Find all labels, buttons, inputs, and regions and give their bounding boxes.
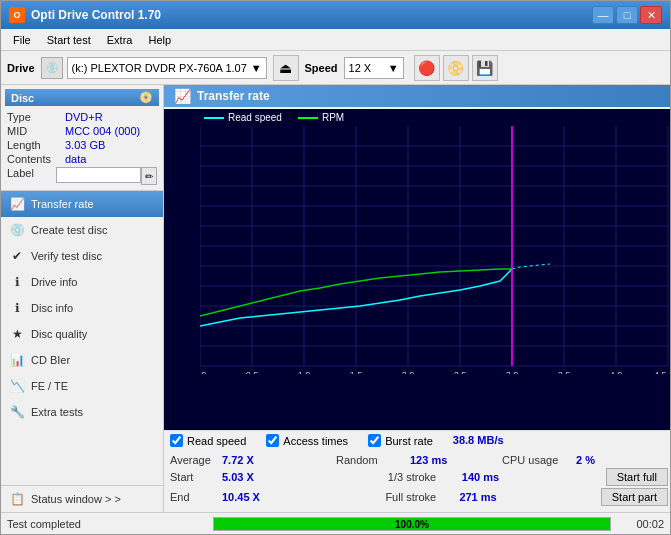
- right-panel: 📈 Transfer rate Read speed RPM: [164, 85, 670, 512]
- nav-fe-te[interactable]: 📉 FE / TE: [1, 373, 163, 399]
- status-bar: Test completed 100.0% 00:02: [1, 512, 670, 534]
- disc-length-row: Length 3.03 GB: [5, 138, 159, 152]
- svg-text:2.0: 2.0: [402, 370, 415, 374]
- disc-quality-icon: ★: [9, 326, 25, 342]
- menu-start-test[interactable]: Start test: [39, 32, 99, 48]
- svg-text:0.0: 0.0: [200, 370, 206, 374]
- menu-help[interactable]: Help: [140, 32, 179, 48]
- svg-text:0.5: 0.5: [246, 370, 259, 374]
- title-bar-left: O Opti Drive Control 1.70: [9, 7, 161, 23]
- svg-text:2.5: 2.5: [454, 370, 467, 374]
- disc-panel: Disc 📀 Type DVD+R MID MCC 004 (000) Leng…: [1, 85, 163, 191]
- disc-icon-btn[interactable]: 📀: [443, 55, 469, 81]
- nav-drive-info[interactable]: ℹ Drive info: [1, 269, 163, 295]
- drive-select: 💿 (k:) PLEXTOR DVDR PX-760A 1.07 ▼: [41, 57, 267, 79]
- menu-extra[interactable]: Extra: [99, 32, 141, 48]
- access-times-checkbox[interactable]: [266, 434, 279, 447]
- checkboxes-row: Read speed Access times Burst rate 38.8 …: [164, 430, 670, 450]
- svg-text:4.5 GB: 4.5 GB: [654, 370, 670, 374]
- title-bar: O Opti Drive Control 1.70 — □ ✕: [1, 1, 670, 29]
- start-full-button[interactable]: Start full: [606, 468, 668, 486]
- verify-test-disc-icon: ✔: [9, 248, 25, 264]
- read-speed-line-indicator: [204, 117, 224, 119]
- chart-header-icon: 📈: [174, 88, 191, 104]
- end-cell: End 10.45 X: [170, 491, 385, 503]
- nav-disc-info[interactable]: ℹ Disc info: [1, 295, 163, 321]
- transfer-rate-icon: 📈: [9, 196, 25, 212]
- toolbar-icons: 🔴 📀 💾: [414, 55, 498, 81]
- sidebar: Disc 📀 Type DVD+R MID MCC 004 (000) Leng…: [1, 85, 164, 512]
- drive-info-icon: ℹ: [9, 274, 25, 290]
- extra-tests-icon: 🔧: [9, 404, 25, 420]
- disc-info-icon: ℹ: [9, 300, 25, 316]
- label-edit-button[interactable]: ✏: [141, 167, 157, 185]
- fe-te-icon: 📉: [9, 378, 25, 394]
- stats-row-2: Start 5.03 X 1/3 stroke 140 ms Start ful…: [170, 468, 668, 486]
- status-window-button[interactable]: 📋 Status window > >: [1, 486, 163, 512]
- scan-icon-btn[interactable]: 🔴: [414, 55, 440, 81]
- progress-bar: 100.0%: [213, 517, 611, 531]
- chart-title: Transfer rate: [197, 89, 270, 103]
- status-window-icon: 📋: [9, 491, 25, 507]
- drive-dropdown[interactable]: (k:) PLEXTOR DVDR PX-760A 1.07 ▼: [67, 57, 267, 79]
- read-speed-checkbox-item: Read speed: [170, 434, 246, 447]
- window-title: Opti Drive Control 1.70: [31, 8, 161, 22]
- start-part-button[interactable]: Start part: [601, 488, 668, 506]
- chart-legend: Read speed RPM: [164, 109, 670, 126]
- cd-bler-icon: 📊: [9, 352, 25, 368]
- nav-extra-tests[interactable]: 🔧 Extra tests: [1, 399, 163, 425]
- rpm-line-indicator: [298, 117, 318, 119]
- status-text: Test completed: [7, 518, 205, 530]
- nav-create-test-disc[interactable]: 💿 Create test disc: [1, 217, 163, 243]
- speed-label: Speed: [305, 62, 338, 74]
- disc-contents-row: Contents data: [5, 152, 159, 166]
- status-section: 📋 Status window > >: [1, 485, 163, 512]
- disc-mid-row: MID MCC 004 (000): [5, 124, 159, 138]
- maximize-button[interactable]: □: [616, 6, 638, 24]
- svg-text:1.0: 1.0: [298, 370, 311, 374]
- window-controls: — □ ✕: [592, 6, 662, 24]
- random-cell: Random 123 ms: [336, 454, 502, 466]
- time-text: 00:02: [619, 518, 664, 530]
- svg-text:3.0: 3.0: [506, 370, 519, 374]
- eject-button[interactable]: ⏏: [273, 55, 299, 81]
- stats-row-3: End 10.45 X Full stroke 271 ms Start par…: [170, 488, 668, 506]
- drive-label: Drive: [7, 62, 35, 74]
- stroke-1-3-cell: 1/3 stroke 140 ms: [388, 471, 606, 483]
- chart-container: Read speed RPM: [164, 109, 670, 430]
- save-icon-btn[interactable]: 💾: [472, 55, 498, 81]
- app-icon: O: [9, 7, 25, 23]
- nav-items: 📈 Transfer rate 💿 Create test disc ✔ Ver…: [1, 191, 163, 425]
- stats-row-1: Average 7.72 X Random 123 ms CPU usage 2…: [170, 454, 668, 466]
- disc-header: Disc 📀: [5, 89, 159, 106]
- nav-transfer-rate[interactable]: 📈 Transfer rate: [1, 191, 163, 217]
- close-button[interactable]: ✕: [640, 6, 662, 24]
- burst-rate-checkbox[interactable]: [368, 434, 381, 447]
- legend-read-speed: Read speed: [204, 112, 282, 123]
- nav-disc-quality[interactable]: ★ Disc quality: [1, 321, 163, 347]
- burst-rate-checkbox-item: Burst rate: [368, 434, 433, 447]
- minimize-button[interactable]: —: [592, 6, 614, 24]
- svg-text:3.5: 3.5: [558, 370, 571, 374]
- read-speed-checkbox[interactable]: [170, 434, 183, 447]
- progress-text: 100.0%: [395, 518, 429, 529]
- speed-dropdown[interactable]: 12 X ▼: [344, 57, 404, 79]
- chart-svg-area: 24 X 22 X 20 X 18 X 16 X 14 X 12 X 10 X …: [164, 126, 670, 380]
- main-window: O Opti Drive Control 1.70 — □ ✕ File Sta…: [0, 0, 671, 535]
- disc-label-input[interactable]: [56, 167, 141, 183]
- start-cell: Start 5.03 X: [170, 471, 388, 483]
- nav-verify-test-disc[interactable]: ✔ Verify test disc: [1, 243, 163, 269]
- nav-cd-bler[interactable]: 📊 CD BIer: [1, 347, 163, 373]
- full-stroke-cell: Full stroke 271 ms: [385, 491, 600, 503]
- drive-icon: 💿: [41, 57, 63, 79]
- average-cell: Average 7.72 X: [170, 454, 336, 466]
- burst-rate-value: 38.8 MB/s: [453, 434, 504, 447]
- legend-rpm: RPM: [298, 112, 344, 123]
- menu-bar: File Start test Extra Help: [1, 29, 670, 51]
- stats-area: Average 7.72 X Random 123 ms CPU usage 2…: [164, 450, 670, 512]
- disc-type-row: Type DVD+R: [5, 110, 159, 124]
- svg-text:1.5: 1.5: [350, 370, 363, 374]
- access-times-checkbox-item: Access times: [266, 434, 348, 447]
- menu-file[interactable]: File: [5, 32, 39, 48]
- chart-svg: 24 X 22 X 20 X 18 X 16 X 14 X 12 X 10 X …: [200, 126, 670, 374]
